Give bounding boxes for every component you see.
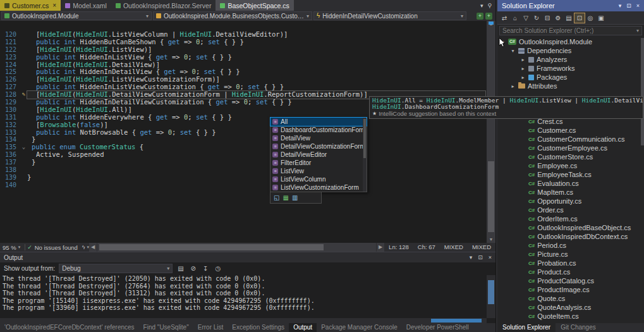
- tree-item[interactable]: C#Picture.cs: [497, 250, 644, 259]
- chevron-down-icon[interactable]: ▾: [619, 3, 622, 9]
- window-chevron-icon[interactable]: ▾: [470, 254, 473, 261]
- preview-selected-icon[interactable]: ⊡: [574, 13, 585, 23]
- navigation-dropdown[interactable]: ϟHiddenInDetailViewCustomization▾: [313, 11, 466, 20]
- code-line[interactable]: 138: [0, 166, 487, 174]
- tree-item[interactable]: ▸Analyzers: [497, 55, 644, 64]
- tree-item[interactable]: C#MapItem.cs: [497, 188, 644, 197]
- tree-item[interactable]: C#Evaluation.cs: [497, 179, 644, 188]
- scroll-right-icon[interactable]: ▶: [377, 243, 384, 252]
- tree-item[interactable]: C#OutlookInspiredBaseObject.cs: [497, 223, 644, 232]
- solution-explorer-scrollbar[interactable]: [641, 35, 644, 323]
- completion-item[interactable]: ≡FilterEditor: [270, 159, 367, 167]
- tree-item[interactable]: C#CustomerCommunication.cs: [497, 135, 644, 144]
- wordwrap-icon[interactable]: ↧: [202, 265, 209, 272]
- chevron-down-icon[interactable]: ▾: [636, 28, 639, 34]
- filter-icon[interactable]: ▽: [521, 13, 531, 23]
- tree-item[interactable]: C#QuoteItem.cs: [497, 312, 644, 321]
- code-line[interactable]: 137}: [0, 159, 487, 166]
- code-line[interactable]: 139}: [0, 174, 487, 181]
- show-items-icon[interactable]: ▥: [292, 193, 298, 202]
- add-class-icon[interactable]: +: [485, 13, 492, 20]
- navigation-dropdown[interactable]: OutlookInspired.Module.BusinessObjects.C…: [153, 11, 312, 20]
- editor-vertical-scrollbar[interactable]: ▲ ▼: [487, 21, 495, 243]
- home-icon[interactable]: ⌂: [510, 13, 520, 23]
- scrollbar-thumb[interactable]: [488, 280, 494, 304]
- completion-scrollbar[interactable]: [363, 118, 367, 192]
- output-vertical-scrollbar[interactable]: [487, 275, 495, 318]
- tree-item[interactable]: C#OrderItem.cs: [497, 214, 644, 223]
- clear-all-icon[interactable]: ⊘: [190, 265, 197, 272]
- tool-window-tab[interactable]: Git Changes: [556, 323, 601, 332]
- timestamp-icon[interactable]: ◷: [214, 265, 222, 272]
- code-editor[interactable]: 120[HideInUI(HideInUI.ListViewColumn | H…: [0, 21, 495, 243]
- panel-tab[interactable]: Find "UseSqlite": [139, 323, 193, 332]
- navigation-dropdown[interactable]: OutlookInspired.Module▾: [1, 11, 152, 20]
- tree-item[interactable]: C#EmployeeTask.cs: [497, 170, 644, 179]
- refresh-icon[interactable]: ↻: [532, 13, 542, 23]
- output-source-dropdown[interactable]: Debug ▾: [59, 264, 173, 273]
- expander-icon[interactable]: ▸: [520, 66, 526, 71]
- panel-tab[interactable]: 'OutlookInspiredEFCoreDbContext' referen…: [0, 323, 139, 332]
- zoom-control[interactable]: 95 % ▾: [0, 244, 23, 251]
- code-line[interactable]: 133public int NotBrowsable { get => 0; s…: [0, 129, 487, 137]
- tree-item[interactable]: C#Employee.cs: [497, 161, 644, 170]
- document-tab[interactable]: Model.xaml: [61, 0, 111, 11]
- completion-item[interactable]: ≡ListViewCustomizationForm: [270, 183, 367, 192]
- tree-item[interactable]: C#Order.cs: [497, 206, 644, 214]
- sync-active-document-icon[interactable]: ◎: [585, 13, 595, 23]
- completion-scrollbar-thumb[interactable]: [363, 119, 366, 158]
- output-horizontal-scrollbar[interactable]: [0, 318, 487, 323]
- scroll-left-icon[interactable]: ◀: [89, 243, 97, 252]
- completion-item[interactable]: ≡DetailViewEditor: [270, 151, 367, 159]
- collapse-all-icon[interactable]: ⊟: [542, 13, 552, 23]
- tree-item[interactable]: C#CustomerEmployee.cs: [497, 144, 644, 152]
- switch-views-icon[interactable]: ⇄: [499, 13, 509, 23]
- window-dock-icon[interactable]: ⊡: [478, 254, 483, 261]
- expander-icon[interactable]: ▸: [520, 75, 526, 80]
- panel-tab[interactable]: Output: [289, 323, 317, 332]
- expander-icon[interactable]: ▸: [510, 83, 516, 89]
- scrollbar-thumb[interactable]: [99, 244, 324, 250]
- tree-item[interactable]: ▸Packages: [497, 73, 644, 82]
- messages-icon[interactable]: ▤: [176, 265, 185, 272]
- solution-explorer-titlebar[interactable]: Solution Explorer ▾⊡×: [497, 0, 644, 11]
- tab-close-icon[interactable]: ×: [52, 3, 56, 9]
- tree-item[interactable]: C#ProductCatalog.cs: [497, 276, 644, 285]
- show-all-files-icon[interactable]: ▤: [564, 13, 574, 23]
- new-window-icon[interactable]: ▣: [596, 13, 606, 23]
- panel-tab[interactable]: Exception Settings: [228, 323, 289, 332]
- pin-icon[interactable]: ⚲: [487, 3, 492, 9]
- panel-tab[interactable]: Package Manager Console: [317, 323, 402, 332]
- indent-mode-indicator[interactable]: MIXED: [440, 243, 468, 252]
- panel-tab[interactable]: Error List: [193, 323, 228, 332]
- lightning-icon[interactable]: ϟ: [80, 244, 87, 250]
- tree-item[interactable]: C#Opportunity.cs: [497, 197, 644, 206]
- document-tab[interactable]: Customer.cs×: [0, 0, 61, 11]
- tree-item[interactable]: C#Probation.cs: [497, 259, 644, 267]
- collapse-icon[interactable]: ⌄: [20, 144, 27, 151]
- tree-item[interactable]: ▾Dependencies: [497, 46, 644, 55]
- tree-item[interactable]: C#Period.cs: [497, 241, 644, 250]
- scrollbar-thumb[interactable]: [431, 319, 482, 323]
- scrollbar-thumb[interactable]: [641, 38, 644, 145]
- tree-item[interactable]: ▸Attributes: [497, 82, 644, 90]
- panel-tab[interactable]: Developer PowerShell: [402, 323, 473, 332]
- tree-item[interactable]: ▸Frameworks: [497, 64, 644, 73]
- completion-item[interactable]: ≡DetailViewCustomizationForm: [270, 142, 367, 151]
- properties-icon[interactable]: ⚙: [553, 13, 563, 23]
- output-log[interactable]: The thread '[Thread Destroyed]' (22050) …: [0, 275, 487, 318]
- completion-item[interactable]: ≡ListView: [270, 167, 367, 175]
- expand-results-icon[interactable]: ◱: [274, 193, 279, 202]
- document-tab[interactable]: BaseObjectSpace.cs: [216, 0, 293, 11]
- filter-members-icon[interactable]: ▦: [283, 193, 288, 202]
- chevron-down-icon[interactable]: ▾: [480, 3, 483, 9]
- tree-item[interactable]: C#ProductImage.cs: [497, 285, 644, 294]
- code-line[interactable]: 140: [0, 181, 487, 189]
- code-line[interactable]: 136Active, Suspended: [0, 151, 487, 159]
- tree-item[interactable]: C#QuoteAnalysis.cs: [497, 303, 644, 312]
- expander-icon[interactable]: ▾: [510, 48, 516, 54]
- tree-item[interactable]: ▾C#OutlookInspired.Module: [497, 37, 644, 46]
- scroll-down-icon[interactable]: ▼: [487, 237, 495, 243]
- dock-icon[interactable]: ⊡: [626, 3, 631, 9]
- scrollbar-thumb[interactable]: [488, 161, 494, 232]
